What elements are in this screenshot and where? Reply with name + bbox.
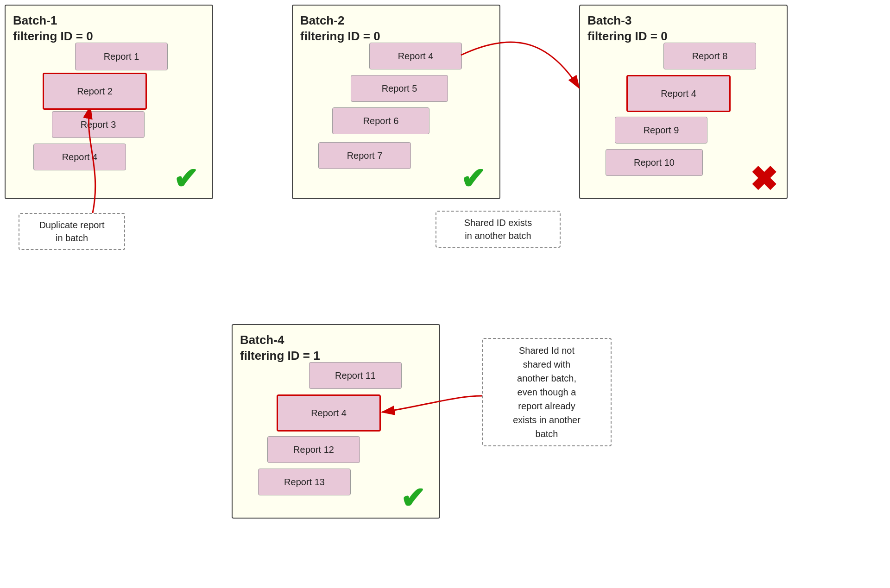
main-container: Batch-1filtering ID = 0 Report 1 Report …	[0, 0, 890, 588]
annotation-shared-id: Shared ID existsin another batch	[436, 211, 561, 248]
batch1-report4: Report 4	[33, 144, 126, 170]
batch4-report12: Report 12	[267, 436, 360, 463]
batch3-report10: Report 10	[606, 149, 703, 176]
batch2-report6: Report 6	[332, 107, 429, 134]
batch4-checkmark: ✔	[400, 483, 425, 513]
batch4-title: Batch-4filtering ID = 1	[240, 332, 432, 364]
batch2-report5: Report 5	[351, 75, 448, 102]
batch3-report4: Report 4	[626, 75, 731, 112]
batch4-report4: Report 4	[277, 394, 381, 432]
batch3-title: Batch-3filtering ID = 0	[587, 13, 779, 44]
batch1-box: Batch-1filtering ID = 0 Report 1 Report …	[5, 5, 213, 199]
batch1-title: Batch-1filtering ID = 0	[13, 13, 205, 44]
batch2-box: Batch-2filtering ID = 0 Report 4 Report …	[292, 5, 500, 199]
batch4-report11: Report 11	[309, 362, 402, 389]
batch1-report3: Report 3	[52, 111, 145, 138]
batch3-box: Batch-3filtering ID = 0 Report 8 Report …	[579, 5, 788, 199]
batch3-report9: Report 9	[615, 117, 707, 144]
batch1-report2: Report 2	[43, 73, 147, 110]
annotation-not-shared: Shared Id notshared withanother batch,ev…	[482, 338, 612, 446]
batch2-checkmark: ✔	[461, 164, 486, 194]
batch4-box: Batch-4filtering ID = 1 Report 11 Report…	[232, 324, 440, 519]
batch3-report8: Report 8	[663, 43, 756, 69]
batch4-report13: Report 13	[258, 469, 351, 495]
batch1-report1: Report 1	[75, 43, 168, 70]
batch2-report4: Report 4	[369, 43, 462, 69]
batch1-checkmark: ✔	[173, 164, 198, 194]
annotation-duplicate: Duplicate reportin batch	[19, 213, 125, 250]
batch2-title: Batch-2filtering ID = 0	[300, 13, 492, 44]
batch2-report7: Report 7	[318, 142, 411, 169]
batch3-xmark: ✖	[750, 163, 777, 196]
